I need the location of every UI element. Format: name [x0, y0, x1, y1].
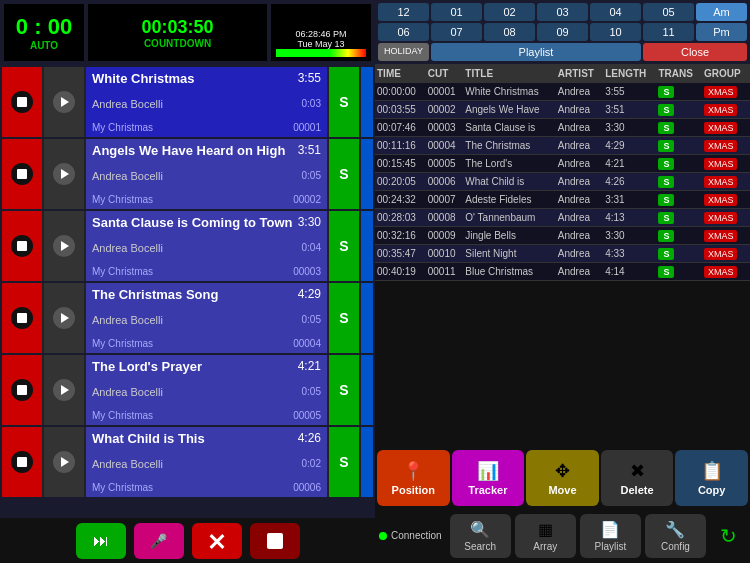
track-tail[interactable] [361, 139, 373, 209]
track-s-button[interactable]: S [329, 67, 359, 137]
group-cell: XMAS [702, 245, 750, 263]
stop-button[interactable] [250, 523, 300, 559]
search-tool-button[interactable]: 🔍Search [450, 514, 511, 558]
table-row[interactable]: 00:20:0500006What Child isAndrea4:26SXMA… [375, 173, 750, 191]
array-tool-button[interactable]: ▦Array [515, 514, 576, 558]
table-row[interactable]: 00:11:1600004The ChristmasAndrea4:29SXMA… [375, 137, 750, 155]
position-label: Position [392, 484, 435, 496]
table-cell: White Christmas [463, 83, 556, 101]
pm-button[interactable]: Pm [696, 23, 747, 41]
track-info: The Lord's Prayer4:21Andrea Bocelli0:05M… [86, 355, 327, 425]
playlist-button[interactable]: Playlist [431, 43, 641, 61]
bottom-controls [0, 518, 375, 563]
table-row[interactable]: 00:00:0000001White ChristmasAndrea3:55SX… [375, 83, 750, 101]
track-tail[interactable] [361, 355, 373, 425]
hour-button-10[interactable]: 10 [590, 23, 641, 41]
holiday-button[interactable]: HOLIDAY [378, 43, 429, 61]
hour-button-12[interactable]: 12 [378, 3, 429, 21]
xmas-badge: XMAS [704, 140, 738, 152]
track-title: The Lord's Prayer [92, 359, 202, 374]
connection-status: Connection [379, 530, 442, 541]
xmas-badge: XMAS [704, 104, 738, 116]
playlist-tool-label: Playlist [595, 541, 627, 552]
x-icon [207, 531, 227, 551]
track-number: 00006 [293, 482, 321, 493]
track-play-btn[interactable] [44, 283, 84, 353]
table-row[interactable]: 00:32:1600009Jingle BellsAndrea3:30SXMAS [375, 227, 750, 245]
position-icon: 📍 [402, 460, 424, 482]
track-s-button[interactable]: S [329, 283, 359, 353]
position-button[interactable]: 📍Position [377, 450, 450, 506]
table-cell: 00009 [426, 227, 464, 245]
refresh-button[interactable]: ↻ [710, 518, 746, 554]
track-stop-btn[interactable] [2, 67, 42, 137]
table-cell: 4:14 [603, 263, 656, 281]
hour-button-03[interactable]: 03 [537, 3, 588, 21]
xmas-badge: XMAS [704, 248, 738, 260]
track-stop-btn[interactable] [2, 427, 42, 497]
hour-button-01[interactable]: 01 [431, 3, 482, 21]
track-tail[interactable] [361, 67, 373, 137]
track-tail[interactable] [361, 283, 373, 353]
clear-button[interactable] [192, 523, 242, 559]
track-s-button[interactable]: S [329, 139, 359, 209]
track-play-btn[interactable] [44, 211, 84, 281]
table-cell: 3:30 [603, 119, 656, 137]
col-header-cut: CUT [426, 64, 464, 83]
s-badge: S [658, 86, 674, 98]
track-stop-btn[interactable] [2, 283, 42, 353]
table-row[interactable]: 00:40:1900011Blue ChristmasAndrea4:14SXM… [375, 263, 750, 281]
table-row[interactable]: 00:03:5500002Angels We HaveAndrea3:51SXM… [375, 101, 750, 119]
move-button[interactable]: ✥Move [526, 450, 599, 506]
tracker-button[interactable]: 📊Tracker [452, 450, 525, 506]
track-album: My Christmas [92, 410, 153, 421]
table-row[interactable]: 00:24:3200007Adeste FidelesAndrea3:31SXM… [375, 191, 750, 209]
delete-button[interactable]: ✖Delete [601, 450, 674, 506]
table-cell: Jingle Bells [463, 227, 556, 245]
track-info: Angels We Have Heard on High3:51Andrea B… [86, 139, 327, 209]
group-cell: XMAS [702, 83, 750, 101]
track-stop-btn[interactable] [2, 139, 42, 209]
hour-button-08[interactable]: 08 [484, 23, 535, 41]
playlist-tool-button[interactable]: 📄Playlist [580, 514, 641, 558]
table-row[interactable]: 00:15:4500005The Lord'sAndrea4:21SXMAS [375, 155, 750, 173]
track-number: 00005 [293, 410, 321, 421]
table-cell: 3:31 [603, 191, 656, 209]
table-row[interactable]: 00:28:0300008O' TannenbaumAndrea4:13SXMA… [375, 209, 750, 227]
col-header-length: LENGTH [603, 64, 656, 83]
table-cell: 00003 [426, 119, 464, 137]
stop-icon [11, 163, 33, 185]
track-stop-btn[interactable] [2, 355, 42, 425]
track-tail[interactable] [361, 211, 373, 281]
track-play-btn[interactable] [44, 427, 84, 497]
table-row[interactable]: 00:35:4700010Silent NightAndrea4:33SXMAS [375, 245, 750, 263]
track-tail[interactable] [361, 427, 373, 497]
playlist-table: TIMECUTTITLEARTISTLENGTHTRANSGROUP 00:00… [375, 64, 750, 281]
hour-button-05[interactable]: 05 [643, 3, 694, 21]
close-button[interactable]: Close [643, 43, 747, 61]
table-cell: 3:51 [603, 101, 656, 119]
am-button[interactable]: Am [696, 3, 747, 21]
mic-icon [150, 532, 167, 550]
config-tool-button[interactable]: 🔧Config [645, 514, 706, 558]
track-s-button[interactable]: S [329, 427, 359, 497]
track-play-btn[interactable] [44, 139, 84, 209]
table-cell: 00:28:03 [375, 209, 426, 227]
mic-button[interactable] [134, 523, 184, 559]
array-tool-label: Array [533, 541, 557, 552]
hour-button-04[interactable]: 04 [590, 3, 641, 21]
track-s-button[interactable]: S [329, 355, 359, 425]
col-header-group: GROUP [702, 64, 750, 83]
hour-button-02[interactable]: 02 [484, 3, 535, 21]
hour-button-11[interactable]: 11 [643, 23, 694, 41]
track-play-btn[interactable] [44, 67, 84, 137]
hour-button-07[interactable]: 07 [431, 23, 482, 41]
copy-button[interactable]: 📋Copy [675, 450, 748, 506]
track-stop-btn[interactable] [2, 211, 42, 281]
skip-button[interactable] [76, 523, 126, 559]
hour-button-06[interactable]: 06 [378, 23, 429, 41]
hour-button-09[interactable]: 09 [537, 23, 588, 41]
table-row[interactable]: 00:07:4600003Santa Clause isAndrea3:30SX… [375, 119, 750, 137]
track-s-button[interactable]: S [329, 211, 359, 281]
track-play-btn[interactable] [44, 355, 84, 425]
